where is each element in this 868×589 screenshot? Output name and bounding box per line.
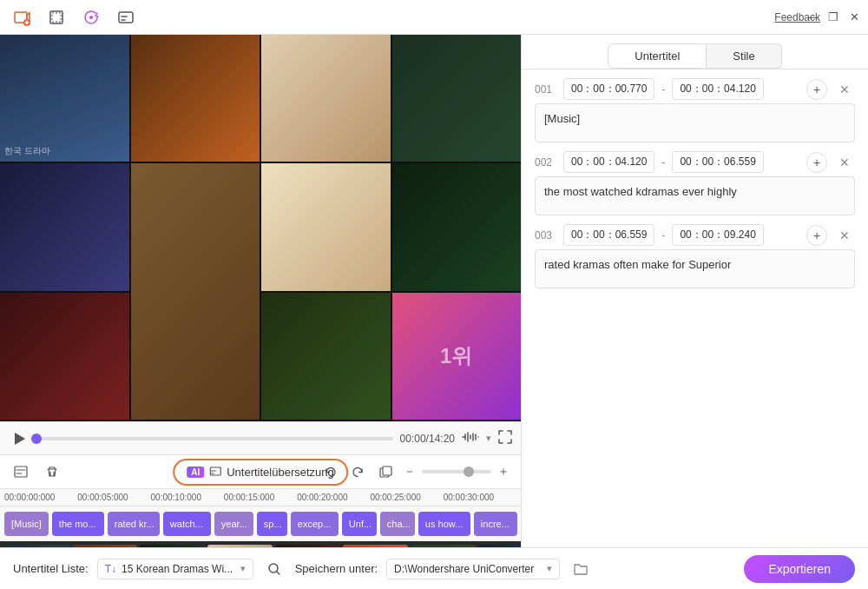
toolbar	[9, 4, 139, 30]
entry-001-add[interactable]: +	[806, 79, 827, 100]
search-button[interactable]	[262, 557, 286, 581]
track-chip-2[interactable]: rated kr...	[108, 512, 160, 536]
ruler-mark-4: 00:00:20:000	[297, 493, 347, 502]
bottom-bar: Untertitel Liste: T↓ 15 Korean Dramas Wi…	[0, 547, 868, 589]
ruler-mark-3: 00:00:15:000	[224, 493, 274, 502]
folder-button[interactable]	[569, 557, 593, 581]
timeline-ruler: 00:00:00:000 00:00:05:000 00:00:10:000 0…	[0, 489, 521, 506]
save-dropdown-arrow: ▾	[547, 563, 552, 574]
collage-cell-9	[0, 293, 129, 420]
rotate-button[interactable]	[78, 4, 104, 30]
window-controls: — ❐ ✕	[803, 8, 864, 27]
fullscreen-button[interactable]	[498, 430, 512, 447]
entry-001-text[interactable]: [Music]	[535, 103, 855, 142]
subtitle-list-label: Untertitel Liste:	[13, 562, 89, 575]
zoom-slider-thumb[interactable]	[464, 467, 474, 477]
tab-subtitle[interactable]: Untertitel	[608, 43, 707, 69]
minimize-button[interactable]: —	[803, 8, 822, 27]
entry-002-header: 002 00：00：04.120 - 00：00：06.559 + ✕	[535, 151, 855, 173]
delete-button[interactable]	[40, 460, 64, 484]
zoom-in-button[interactable]: ＋	[495, 464, 512, 480]
waveform-icon[interactable]	[462, 430, 479, 447]
svg-marker-6	[15, 433, 25, 445]
subtitle-entry-002: 002 00：00：04.120 - 00：00：06.559 + ✕ the …	[535, 151, 855, 215]
collage-cell-2	[131, 35, 260, 162]
entry-002-end[interactable]: 00：00：06.559	[672, 151, 763, 173]
svg-rect-5	[119, 12, 133, 23]
track-chip-10[interactable]: incre...	[474, 512, 517, 536]
undo-button[interactable]	[318, 460, 342, 484]
collage-cell-5	[0, 163, 129, 290]
redo-button[interactable]	[345, 460, 370, 484]
collage-cell-6	[131, 163, 260, 420]
restore-button[interactable]: ❐	[824, 8, 843, 27]
track-chip-1[interactable]: the mo...	[52, 512, 104, 536]
tab-style[interactable]: Stile	[707, 43, 781, 69]
entry-001-end[interactable]: 00：00：04.120	[672, 78, 763, 100]
entry-003-header: 003 00：00：06.559 - 00：00：09.240 + ✕	[535, 224, 855, 246]
timeline-tracks: [Music] the mo... rated kr... watch... y…	[0, 506, 521, 541]
svg-rect-10	[383, 467, 391, 475]
subtitle-tabs: Untertitel Stile	[522, 35, 868, 69]
zoom-out-button[interactable]: －	[401, 464, 418, 480]
track-chip-9[interactable]: us how...	[418, 512, 470, 536]
track-chip-5[interactable]: sp...	[257, 512, 287, 536]
ruler-mark-1: 00:00:05:000	[77, 493, 128, 502]
video-area: 한국 드라마 1위	[0, 35, 521, 421]
entry-002-text[interactable]: the most watched kdramas ever highly	[535, 176, 855, 215]
close-button[interactable]: ✕	[845, 8, 864, 27]
svg-rect-7	[15, 467, 27, 477]
top-bar: Feedback — ❐ ✕	[0, 0, 868, 35]
entry-001-header: 001 00：00：00.770 - 00：00：04.120 + ✕	[535, 78, 855, 100]
track-chip-4[interactable]: year...	[214, 512, 253, 536]
entry-003-text[interactable]: rated kramas often make for Superior	[535, 249, 855, 288]
collage-cell-1: 한국 드라마	[0, 35, 129, 162]
entry-003-close[interactable]: ✕	[834, 225, 855, 246]
svg-point-4	[89, 16, 93, 19]
progress-thumb[interactable]	[31, 433, 42, 444]
entry-001-close[interactable]: ✕	[834, 79, 855, 100]
track-chip-8[interactable]: cha...	[380, 512, 415, 536]
collage-cell-3	[261, 35, 391, 162]
track-chip-music[interactable]: [Music]	[4, 512, 49, 536]
zoom-controls: － ＋	[318, 460, 512, 484]
entry-002-start[interactable]: 00：00：04.120	[563, 151, 654, 173]
entry-003-add[interactable]: +	[806, 225, 827, 246]
collage-cell-7	[261, 163, 391, 290]
ruler-mark-5: 00:00:25:000	[370, 493, 420, 502]
subtitle-file-dropdown[interactable]: T↓ 15 Korean Dramas Wi... ▾	[97, 559, 253, 579]
track-chip-6[interactable]: excep...	[291, 512, 339, 536]
entry-002-close[interactable]: ✕	[834, 152, 855, 173]
entry-003-num: 003	[535, 229, 556, 242]
entry-003-end[interactable]: 00：00：09.240	[672, 224, 763, 246]
progress-bar[interactable]	[36, 437, 393, 440]
zoom-slider[interactable]	[422, 470, 491, 473]
main-layout: 한국 드라마 1위	[0, 35, 868, 589]
ruler-mark-2: 00:00:10:000	[151, 493, 201, 502]
entry-002-add[interactable]: +	[806, 152, 827, 173]
clone-button[interactable]	[373, 460, 398, 484]
entry-001-start[interactable]: 00：00：00.770	[563, 78, 654, 100]
subtitle-list-button[interactable]	[9, 460, 33, 484]
export-button[interactable]: Exportieren	[744, 555, 855, 583]
track-chip-7[interactable]: Unf...	[342, 512, 377, 536]
collage-cell-8	[392, 163, 522, 290]
video-collage: 한국 드라마 1위	[0, 35, 521, 421]
add-clip-button[interactable]	[9, 4, 35, 30]
play-button[interactable]	[9, 428, 30, 449]
track-chip-3[interactable]: watch...	[163, 512, 211, 536]
right-panel: Untertitel Stile 001 00：00：00.770 - 00：0…	[521, 35, 868, 589]
crop-button[interactable]	[43, 4, 69, 30]
subtitle-button[interactable]	[113, 4, 139, 30]
entry-002-dash: -	[661, 156, 665, 169]
subtitle-filename: 15 Korean Dramas Wi...	[122, 563, 235, 575]
entry-003-start[interactable]: 00：00：06.559	[563, 224, 654, 246]
save-label: Speichern unter:	[295, 562, 378, 575]
ruler-marks: 00:00:00:000 00:00:05:000 00:00:10:000 0…	[4, 493, 516, 502]
collage-cell-11: 1위	[392, 293, 522, 420]
save-path-text: D:\Wondershare UniConverter	[394, 563, 542, 575]
save-path-dropdown[interactable]: D:\Wondershare UniConverter ▾	[386, 559, 560, 579]
subtitle-entries: 001 00：00：00.770 - 00：00：04.120 + ✕ [Mus…	[522, 69, 868, 297]
ruler-mark-6: 00:00:30:000	[444, 493, 494, 502]
svg-rect-3	[52, 13, 61, 22]
